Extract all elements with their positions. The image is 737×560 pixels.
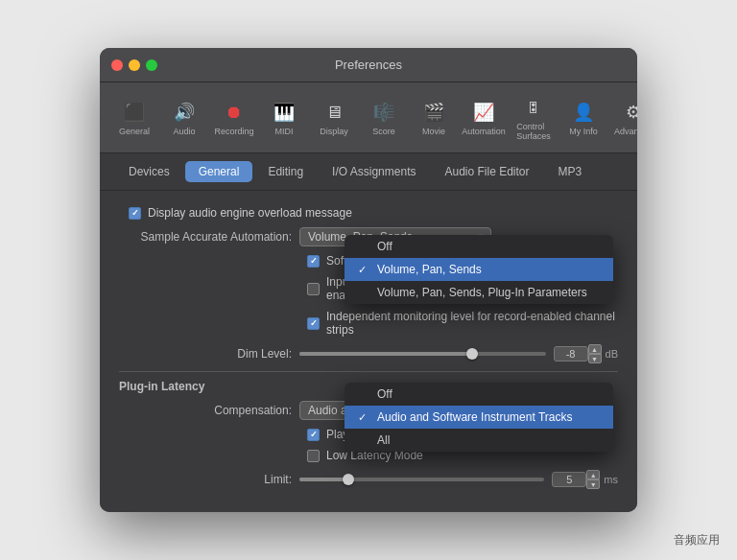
toolbar-movie[interactable]: 🎬 Movie xyxy=(411,95,457,140)
limit-label: Limit: xyxy=(119,473,292,486)
dropdown1-item-volume-pan[interactable]: ✓ Volume, Pan, Sends xyxy=(345,258,613,281)
my-info-icon: 👤 xyxy=(570,99,597,126)
maximize-button[interactable] xyxy=(146,59,157,71)
toolbar-midi-label: MIDI xyxy=(275,127,294,136)
tab-mp3[interactable]: MP3 xyxy=(545,161,596,182)
tab-general[interactable]: General xyxy=(185,161,253,182)
tabs-bar: Devices General Editing I/O Assignments … xyxy=(100,153,637,191)
traffic-lights xyxy=(111,59,157,71)
general-icon: ⬛ xyxy=(121,99,148,126)
toolbar-control-surfaces[interactable]: 🎛 Control Surfaces xyxy=(511,90,557,145)
audio-icon: 🔊 xyxy=(171,99,198,126)
automation-icon: 📈 xyxy=(470,99,497,126)
independent-monitoring-checkbox[interactable] xyxy=(307,317,320,330)
toolbar-control-surfaces-label: Control Surfaces xyxy=(516,122,551,141)
limit-unit: ms xyxy=(604,474,618,485)
dropdown1-label-volume-pan: Volume, Pan, Sends xyxy=(377,263,482,276)
dropdown2-item-audio[interactable]: ✓ Audio and Software Instrument Tracks xyxy=(345,406,613,429)
toolbar-my-info[interactable]: 👤 My Info xyxy=(560,95,606,140)
limit-up[interactable]: ▲ xyxy=(586,470,600,479)
limit-value: 5 xyxy=(552,472,586,487)
dim-level-up[interactable]: ▲ xyxy=(588,344,602,354)
toolbar-score-label: Score xyxy=(372,127,395,136)
toolbar-audio[interactable]: 🔊 Audio xyxy=(161,95,207,140)
tab-audio-file-editor[interactable]: Audio File Editor xyxy=(431,161,542,182)
advanced-icon: ⚙ xyxy=(620,99,637,126)
dropdown2-check-audio: ✓ xyxy=(358,411,373,424)
limit-slider[interactable] xyxy=(299,478,544,481)
toolbar-midi[interactable]: 🎹 MIDI xyxy=(261,95,307,140)
toolbar-display[interactable]: 🖥 Display xyxy=(311,95,357,140)
limit-down[interactable]: ▼ xyxy=(586,479,600,489)
dropdown2-label-audio: Audio and Software Instrument Tracks xyxy=(377,410,572,424)
tab-editing[interactable]: Editing xyxy=(254,161,317,182)
independent-monitoring-row: Independent monitoring level for record-… xyxy=(119,310,618,337)
toolbar-my-info-label: My Info xyxy=(569,127,598,136)
toolbar-audio-label: Audio xyxy=(173,127,195,136)
sample-accurate-label: Sample Accurate Automation: xyxy=(119,230,292,244)
dim-level-value: -8 xyxy=(554,346,588,362)
toolbar-general-label: General xyxy=(119,127,150,136)
dropdown2-item-all[interactable]: All xyxy=(345,429,613,452)
dim-unit: dB xyxy=(606,348,618,360)
display-audio-label: Display audio engine overload message xyxy=(148,206,352,220)
preferences-window: Preferences ⬛ General 🔊 Audio ⏺ Recordin… xyxy=(100,48,637,512)
dropdown2-label-off: Off xyxy=(377,387,392,401)
input-monitoring-checkbox[interactable] xyxy=(307,283,320,295)
midi-icon: 🎹 xyxy=(271,99,297,126)
dropdown1-item-volume-pan-plugin[interactable]: Volume, Pan, Sends, Plug-In Parameters xyxy=(345,281,613,304)
tab-devices[interactable]: Devices xyxy=(115,161,183,182)
toolbar-advanced[interactable]: ⚙ Advanced xyxy=(610,95,637,140)
toolbar-recording-label: Recording xyxy=(214,127,253,136)
score-icon: 🎼 xyxy=(370,99,397,126)
recording-icon: ⏺ xyxy=(221,99,248,126)
low-latency-checkbox[interactable] xyxy=(307,450,320,462)
software-monitoring-checkbox[interactable] xyxy=(307,255,320,268)
titlebar: Preferences xyxy=(100,48,637,82)
toolbar: ⬛ General 🔊 Audio ⏺ Recording 🎹 MIDI 🖥 D… xyxy=(100,82,637,153)
dropdown2-item-off[interactable]: Off xyxy=(345,383,613,406)
limit-row: Limit: 5 ▲ ▼ ms xyxy=(119,470,618,489)
dim-level-row: Dim Level: -8 ▲ ▼ dB xyxy=(119,344,618,363)
toolbar-display-label: Display xyxy=(320,127,348,136)
dim-level-label: Dim Level: xyxy=(119,347,292,361)
watermark: 音频应用 xyxy=(674,532,720,548)
dropdown1-label-plugin: Volume, Pan, Sends, Plug-In Parameters xyxy=(377,286,587,299)
dim-level-down[interactable]: ▼ xyxy=(588,354,602,363)
toolbar-recording[interactable]: ⏺ Recording xyxy=(211,95,257,140)
control-surfaces-icon: 🎛 xyxy=(520,94,547,121)
limit-stepper[interactable]: ▲ ▼ xyxy=(586,470,600,489)
compensation-label: Compensation: xyxy=(119,404,292,417)
toolbar-score[interactable]: 🎼 Score xyxy=(361,95,407,140)
close-button[interactable] xyxy=(111,59,123,71)
dropdown1-item-off[interactable]: Off xyxy=(345,235,613,258)
dim-level-stepper[interactable]: ▲ ▼ xyxy=(588,344,602,363)
movie-icon: 🎬 xyxy=(420,99,447,126)
content-area: Display audio engine overload message Sa… xyxy=(100,191,637,512)
tab-io-assignments[interactable]: I/O Assignments xyxy=(319,161,429,182)
display-icon: 🖥 xyxy=(321,99,347,126)
toolbar-movie-label: Movie xyxy=(422,127,445,136)
dropdown2-label-all: All xyxy=(377,433,390,447)
display-audio-row: Display audio engine overload message xyxy=(119,206,618,220)
independent-monitoring-label: Independent monitoring level for record-… xyxy=(326,310,618,337)
toolbar-automation[interactable]: 📈 Automation xyxy=(461,95,507,140)
dropdown1-label-off: Off xyxy=(377,240,392,253)
dim-level-slider[interactable] xyxy=(299,352,546,356)
toolbar-automation-label: Automation xyxy=(462,127,506,136)
minimize-button[interactable] xyxy=(129,59,140,71)
display-audio-checkbox[interactable] xyxy=(129,207,141,220)
compensation-dropdown: Off ✓ Audio and Software Instrument Trac… xyxy=(345,383,613,452)
window-title: Preferences xyxy=(335,58,402,72)
toolbar-general[interactable]: ⬛ General xyxy=(111,95,157,140)
sample-accurate-dropdown: Off ✓ Volume, Pan, Sends Volume, Pan, Se… xyxy=(345,235,613,304)
toolbar-advanced-label: Advanced xyxy=(614,127,637,136)
dropdown1-check-volume-pan: ✓ xyxy=(358,264,373,276)
playback-preroll-checkbox[interactable] xyxy=(307,429,320,441)
